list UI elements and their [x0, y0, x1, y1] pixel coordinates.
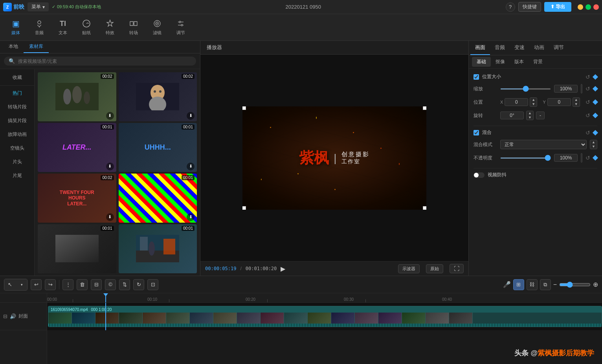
- menu-button[interactable]: 菜单 ▾: [28, 2, 49, 11]
- handle-bottom-left[interactable]: [242, 206, 246, 210]
- tool-effect[interactable]: 特效: [102, 17, 118, 37]
- position-y-input[interactable]: [547, 98, 571, 106]
- flip-button[interactable]: ⇅: [119, 279, 130, 290]
- tab-local[interactable]: 本地: [3, 41, 24, 53]
- maximize-button[interactable]: □: [585, 4, 591, 10]
- cursor-dropdown-button[interactable]: ▾: [16, 279, 27, 290]
- cursor-tool-button[interactable]: ↖: [4, 279, 15, 290]
- rotation-keyframe[interactable]: [593, 113, 598, 118]
- download-icon-2[interactable]: ⬇: [187, 112, 195, 120]
- rotation-input[interactable]: [500, 112, 524, 119]
- tool-text[interactable]: TI 文本: [55, 17, 71, 37]
- hotkey-button[interactable]: 快捷键: [518, 2, 541, 12]
- opacity-keyframe[interactable]: [593, 155, 598, 161]
- scale-up-button[interactable]: ▲: [581, 84, 582, 89]
- handle-top-left[interactable]: [242, 106, 246, 110]
- position-reset-button[interactable]: ↺: [585, 74, 590, 80]
- scale-reset[interactable]: ↺: [585, 86, 590, 92]
- nav-glitch[interactable]: 故障动画: [0, 128, 34, 141]
- x-down-button[interactable]: ▼: [530, 102, 537, 106]
- link-button[interactable]: ⛓: [527, 279, 538, 290]
- video-clip[interactable]: 1610936594070.mp4 000 1:00:20: [48, 306, 602, 327]
- position-xy-reset[interactable]: ↺: [585, 99, 590, 105]
- play-button[interactable]: ▶: [281, 265, 285, 273]
- scale-keyframe[interactable]: [593, 86, 598, 91]
- download-icon-6[interactable]: ⬇: [187, 213, 195, 221]
- snap-button[interactable]: ⊞: [513, 279, 524, 290]
- tab-audio-right[interactable]: 音频: [490, 41, 510, 55]
- blend-mode-down[interactable]: ▼: [590, 145, 597, 149]
- blend-checkbox[interactable]: [474, 130, 479, 135]
- blend-keyframe[interactable]: [593, 130, 598, 135]
- x-up-button[interactable]: ▲: [530, 98, 537, 102]
- opacity-input[interactable]: [554, 154, 578, 162]
- opacity-up[interactable]: ▲: [581, 154, 582, 158]
- tool-adjust[interactable]: 调节: [173, 17, 189, 37]
- download-icon-1[interactable]: ⬇: [106, 112, 114, 120]
- handle-top-right[interactable]: [423, 106, 426, 110]
- media-item-7[interactable]: 00:01: [38, 224, 116, 273]
- tab-material[interactable]: 素材库: [24, 41, 49, 53]
- download-icon-4[interactable]: ⬇: [187, 163, 195, 170]
- subtab-bg[interactable]: 背景: [529, 57, 547, 67]
- tool-sticker[interactable]: 贴纸: [79, 17, 94, 37]
- position-xy-keyframe[interactable]: [593, 99, 598, 105]
- player-canvas[interactable]: 紫枫 | 创意摄影 工作室 ↻: [242, 106, 426, 210]
- nav-opening[interactable]: 片头: [0, 155, 34, 169]
- subtab-basic[interactable]: 基础: [472, 57, 491, 67]
- media-item-6[interactable]: 00:01 ⬇: [119, 174, 197, 223]
- frame-button[interactable]: ⊡: [147, 279, 158, 290]
- nav-ending[interactable]: 片尾: [0, 169, 34, 183]
- undo-button[interactable]: ↩: [31, 279, 42, 290]
- rotate-tl-button[interactable]: ↻: [133, 279, 144, 290]
- tab-animation[interactable]: 动画: [529, 41, 549, 55]
- minimize-button[interactable]: —: [578, 4, 583, 10]
- y-up-button[interactable]: ▲: [573, 98, 580, 102]
- tool-transition[interactable]: 转场: [126, 17, 141, 37]
- media-item-4[interactable]: UHHH... 00:01 ⬇: [119, 123, 197, 172]
- download-icon-3[interactable]: ⬇: [106, 163, 114, 170]
- blend-mode-select[interactable]: 正常 叠加 滤色 正片叠底: [500, 140, 587, 149]
- zoom-in-button[interactable]: ⊕: [593, 281, 598, 288]
- tab-canvas[interactable]: 画面: [470, 41, 490, 55]
- nav-comedy[interactable]: 搞笑片段: [0, 114, 34, 128]
- media-item-8[interactable]: 00:01: [119, 224, 197, 273]
- zoom-out-button[interactable]: −: [553, 281, 557, 288]
- mirror-button[interactable]: -: [536, 112, 545, 119]
- scale-input[interactable]: [554, 85, 578, 93]
- delete-button[interactable]: 🗑: [77, 279, 88, 290]
- media-item-3[interactable]: LATER... 00:01 ⬇: [38, 123, 116, 172]
- help-button[interactable]: ?: [506, 2, 515, 12]
- position-size-checkbox[interactable]: [474, 74, 479, 80]
- search-input[interactable]: [18, 59, 191, 64]
- media-item-5[interactable]: TWENTY FOURHOURSLATER... 00:02 ⬇: [38, 174, 116, 223]
- search-input-wrap[interactable]: 🔍: [4, 57, 196, 66]
- opacity-down[interactable]: ▼: [581, 158, 582, 162]
- opacity-reset[interactable]: ↺: [585, 155, 590, 161]
- export-button[interactable]: ⬆ 导出: [544, 2, 571, 12]
- nav-transition[interactable]: 转场片段: [0, 100, 34, 114]
- position-x-input[interactable]: [505, 98, 528, 106]
- rotation-up-button[interactable]: ▲: [527, 111, 533, 115]
- tool-filter[interactable]: 滤镜: [149, 17, 165, 37]
- tool-media[interactable]: ▣ 媒体: [8, 17, 24, 37]
- zoom-slider[interactable]: [559, 282, 591, 288]
- original-button[interactable]: 原始: [426, 264, 443, 273]
- split-button[interactable]: ⋮: [62, 279, 73, 290]
- subtab-version[interactable]: 版本: [510, 57, 529, 67]
- crop-button[interactable]: ⊟: [91, 279, 102, 290]
- scale-down-button[interactable]: ▼: [581, 89, 582, 93]
- tab-speed[interactable]: 变速: [510, 41, 529, 55]
- nav-hot[interactable]: 热门: [0, 86, 34, 100]
- blend-reset[interactable]: ↺: [585, 130, 590, 136]
- tab-adjust[interactable]: 调节: [549, 41, 569, 55]
- tool-audio[interactable]: 音频: [31, 17, 47, 37]
- position-keyframe-diamond[interactable]: [593, 74, 598, 79]
- media-item-2[interactable]: 00:02 ⬇: [119, 72, 197, 121]
- scale-slider[interactable]: [500, 88, 551, 90]
- blend-mode-up[interactable]: ▲: [590, 140, 597, 145]
- redo-button[interactable]: ↪: [45, 279, 56, 290]
- record-button[interactable]: ©: [105, 279, 116, 290]
- nav-collect[interactable]: 收藏: [0, 71, 34, 84]
- opacity-slider[interactable]: [500, 157, 551, 159]
